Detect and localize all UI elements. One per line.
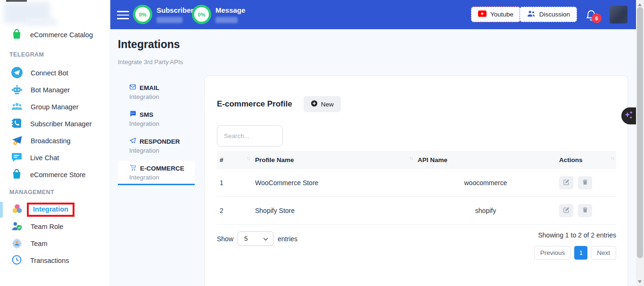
column-header-api-name[interactable]: API Name <box>415 151 556 169</box>
tab-ecommerce-integration[interactable]: E-COMMERCE Integration <box>118 161 195 185</box>
discussion-button-label: Discussion <box>539 11 570 18</box>
plus-circle-icon <box>311 100 318 108</box>
column-header-actions[interactable]: Actions↑↓ <box>556 151 616 169</box>
sidebar-item-label: Live Chat <box>30 154 59 162</box>
sidebar-item-team-role[interactable]: Team Role <box>0 218 110 235</box>
page-1-button[interactable]: 1 <box>574 246 587 260</box>
sidebar-item-label: Transactions <box>30 257 69 264</box>
assistant-fab-button[interactable] <box>621 107 636 124</box>
edit-icon <box>563 179 570 187</box>
history-clock-icon <box>11 254 23 267</box>
table-header-row: #↑↓ Profile Name↑↓ API Name Actions↑↓ <box>217 151 616 169</box>
trash-icon <box>582 179 588 187</box>
app-window: eCommerce Catalog TELEGRAM Connect Bot B… <box>0 0 644 286</box>
sms-bubble-icon <box>129 110 136 119</box>
scrollbar-down-arrow-icon[interactable] <box>638 280 642 283</box>
sidebar-item-transactions[interactable]: Transactions <box>0 252 110 269</box>
sort-icon: ↑↓ <box>409 155 413 161</box>
subscriber-usage-stat: 0% Subscriber <box>133 5 193 24</box>
page-size-select[interactable]: 5 <box>238 231 273 246</box>
scrollbar-up-arrow-icon[interactable] <box>638 3 642 6</box>
vertical-scrollbar[interactable] <box>636 0 644 286</box>
page-subtitle: Integrate 3rd Party APIs <box>118 58 183 65</box>
tab-sms-integration[interactable]: SMS Integration <box>118 107 195 131</box>
row-profile-name: WooCommerce Store <box>252 169 415 197</box>
notifications-button[interactable]: 6 <box>585 9 598 23</box>
tab-sublabel: Integration <box>129 147 195 154</box>
shopping-bag-blue-icon <box>11 168 23 181</box>
profiles-table: #↑↓ Profile Name↑↓ API Name Actions↑↓ 1 … <box>217 151 616 225</box>
discussion-button[interactable]: Discussion <box>520 7 577 22</box>
youtube-button[interactable]: Youtube <box>471 7 520 22</box>
cart-icon <box>129 164 137 172</box>
paper-plane-icon <box>129 137 136 146</box>
broadcast-plane-icon <box>11 134 23 148</box>
showing-entries-text: Showing 1 to 2 of 2 entries <box>534 231 616 239</box>
sort-icon: ↑↓ <box>611 155 614 161</box>
top-navbar: 0% Subscriber 0% Message Youtube Discuss… <box>110 0 636 29</box>
hamburger-menu-icon[interactable] <box>117 11 129 22</box>
edit-icon <box>563 206 570 215</box>
row-actions <box>556 169 616 197</box>
column-header-num[interactable]: #↑↓ <box>217 151 252 169</box>
row-api-name: woocommerce <box>415 169 556 197</box>
sidebar-item-label: eCommerce Catalog <box>30 31 93 39</box>
table-row: 2 Shopify Store shopify <box>217 197 616 225</box>
sidebar-item-ecommerce-store[interactable]: eCommerce Store <box>0 166 110 183</box>
delete-button[interactable] <box>578 176 592 189</box>
youtube-icon <box>478 10 487 18</box>
tab-label: SMS <box>140 111 153 118</box>
new-profile-button[interactable]: New <box>304 96 341 112</box>
sparkles-icon <box>624 109 634 123</box>
tab-sublabel: Integration <box>129 174 195 181</box>
telegram-plane-icon <box>11 66 23 80</box>
sidebar-item-label: Bot Manager <box>31 86 70 94</box>
user-avatar[interactable] <box>610 6 627 24</box>
scrollbar-thumb[interactable] <box>637 7 643 258</box>
message-stat-label: Message <box>215 6 245 14</box>
sidebar-item-label: Broadcasting <box>31 137 71 145</box>
row-api-name: shopify <box>415 197 556 225</box>
next-page-button[interactable]: Next <box>591 246 616 260</box>
sidebar-item-broadcasting[interactable]: Broadcasting <box>0 132 110 149</box>
sidebar-item-live-chat[interactable]: Live Chat <box>0 149 110 166</box>
row-num: 1 <box>217 169 252 197</box>
sidebar-item-integration[interactable]: Integration <box>0 201 110 218</box>
sidebar-item-team[interactable]: Team <box>0 235 110 252</box>
sidebar-item-bot-manager[interactable]: Bot Manager <box>0 82 110 98</box>
delete-button[interactable] <box>578 204 592 217</box>
people-icon <box>527 10 536 19</box>
previous-page-button[interactable]: Previous <box>534 246 571 260</box>
tab-label: RESPONDER <box>140 138 180 145</box>
edit-button[interactable] <box>559 176 573 189</box>
active-item-indicator <box>0 202 3 218</box>
sidebar-item-label: Subscriber Manager <box>30 120 92 128</box>
new-button-label: New <box>321 101 334 108</box>
edit-button[interactable] <box>559 204 573 217</box>
tab-sublabel: Integration <box>129 93 195 100</box>
three-circles-icon <box>11 203 24 217</box>
card-title: E-commerce Profile <box>217 99 292 109</box>
people-group-icon <box>11 100 23 114</box>
search-input[interactable] <box>217 125 283 147</box>
sidebar-item-label: Team <box>31 240 47 247</box>
gear-person-icon <box>11 237 23 251</box>
tab-sublabel: Integration <box>129 120 195 127</box>
person-shield-icon <box>11 220 23 234</box>
sidebar-item-connect-bot[interactable]: Connect Bot <box>0 65 110 82</box>
table-row: 1 WooCommerce Store woocommerce <box>217 169 616 197</box>
page-size-value: 5 <box>244 235 248 242</box>
sidebar-item-label: Team Role <box>31 223 63 230</box>
sidebar-item-label: Group Manager <box>31 103 79 111</box>
sidebar-item-subscriber-manager[interactable]: Subscriber Manager <box>0 115 110 132</box>
page-title: Integrations <box>118 38 180 51</box>
sidebar-item-group-manager[interactable]: Group Manager <box>0 98 110 115</box>
message-count-redacted <box>215 17 238 23</box>
show-label: Show <box>217 235 233 243</box>
tab-email-integration[interactable]: EMAIL Integration <box>118 80 195 104</box>
column-header-profile-name[interactable]: Profile Name↑↓ <box>252 151 415 169</box>
sidebar-item-ecommerce-catalog[interactable]: eCommerce Catalog <box>0 26 110 43</box>
tab-responder-integration[interactable]: RESPONDER Integration <box>118 134 195 157</box>
sidebar-item-label: Integration <box>33 205 68 213</box>
ecommerce-profile-card: E-commerce Profile New #↑↓ Profile Name↑… <box>204 75 628 286</box>
